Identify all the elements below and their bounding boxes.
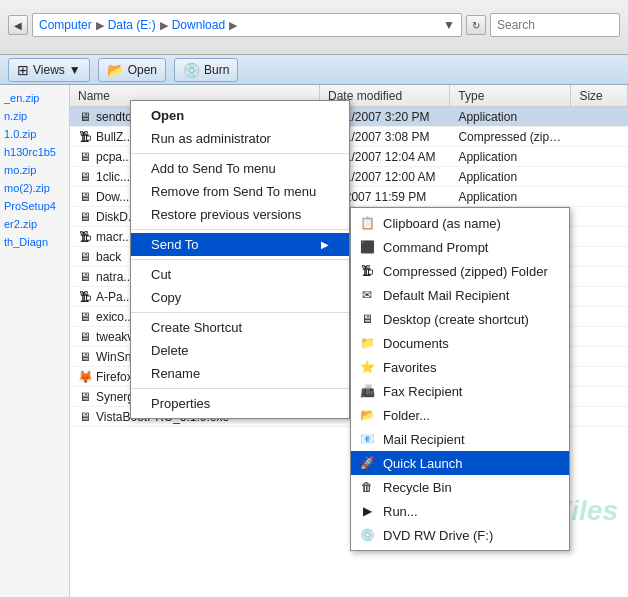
address-bar: ◀ Computer ▶ Data (E:) ▶ Download ▶ ▼ ↻ [0, 0, 628, 55]
breadcrumb-dropdown-icon[interactable]: ▼ [443, 18, 455, 32]
sub-compressed-folder-label: Compressed (zipped) Folder [383, 264, 548, 279]
file-icon: 🖥 [78, 210, 92, 224]
sub-documents-label: Documents [383, 336, 449, 351]
sub-dvd-drive[interactable]: 💿 DVD RW Drive (F:) [351, 523, 569, 547]
ctx-restore-previous[interactable]: Restore previous versions [131, 203, 349, 226]
ctx-open[interactable]: Open [131, 104, 349, 127]
sub-mail-recipient[interactable]: 📧 Mail Recipient [351, 427, 569, 451]
sub-favorites[interactable]: ⭐ Favorites [351, 355, 569, 379]
file-icon: 🦊 [78, 370, 92, 384]
sidebar-item-1[interactable]: _en.zip [0, 89, 69, 107]
file-icon: 🖥 [78, 310, 92, 324]
documents-icon: 📁 [359, 335, 375, 351]
sidebar-item-4[interactable]: h130rc1b5 [0, 143, 69, 161]
mail-recipient-icon: 📧 [359, 431, 375, 447]
ctx-sep-2 [131, 229, 349, 230]
file-icon: 🗜 [78, 290, 92, 304]
views-label: Views [33, 63, 65, 77]
ctx-cut[interactable]: Cut [131, 263, 349, 286]
burn-button[interactable]: 💿 Burn [174, 58, 238, 82]
breadcrumb-sep-3: ▶ [229, 19, 237, 32]
sidebar: _en.zip n.zip 1.0.zip h130rc1b5 mo.zip m… [0, 85, 70, 597]
open-label: Open [128, 63, 157, 77]
recycle-bin-icon: 🗑 [359, 479, 375, 495]
sidebar-item-2[interactable]: n.zip [0, 107, 69, 125]
ctx-send-to[interactable]: Send To ▶ [131, 233, 349, 256]
file-name: 1clic... [96, 170, 130, 184]
file-name: pcpa... [96, 150, 132, 164]
run-icon: ▶ [359, 503, 375, 519]
sub-default-mail-label: Default Mail Recipient [383, 288, 509, 303]
sub-quick-launch[interactable]: 🚀 Quick Launch [351, 451, 569, 475]
sidebar-item-3[interactable]: 1.0.zip [0, 125, 69, 143]
open-icon: 📂 [107, 62, 124, 78]
default-mail-icon: ✉ [359, 287, 375, 303]
file-name: Dow... [96, 190, 129, 204]
file-icon: 🖥 [78, 350, 92, 364]
ctx-remove-from-sendto[interactable]: Remove from Send To menu [131, 180, 349, 203]
ctx-rename[interactable]: Rename [131, 362, 349, 385]
ctx-properties[interactable]: Properties [131, 392, 349, 415]
file-name: back [96, 250, 121, 264]
file-icon: 🖥 [78, 330, 92, 344]
file-icon: 🖥 [78, 250, 92, 264]
sub-compressed-folder[interactable]: 🗜 Compressed (zipped) Folder [351, 259, 569, 283]
ctx-delete[interactable]: Delete [131, 339, 349, 362]
col-header-size[interactable]: Size [571, 85, 628, 106]
sub-clipboard-label: Clipboard (as name) [383, 216, 501, 231]
search-box[interactable] [490, 13, 620, 37]
ctx-add-to-sendto[interactable]: Add to Send To menu [131, 157, 349, 180]
breadcrumb-download[interactable]: Download [172, 18, 225, 32]
burn-icon: 💿 [183, 62, 200, 78]
open-button[interactable]: 📂 Open [98, 58, 166, 82]
sub-run[interactable]: ▶ Run... [351, 499, 569, 523]
breadcrumb-data-e[interactable]: Data (E:) [108, 18, 156, 32]
file-type-cell: Application [450, 170, 571, 184]
sub-run-label: Run... [383, 504, 418, 519]
sub-recycle-bin[interactable]: 🗑 Recycle Bin [351, 475, 569, 499]
sidebar-item-5[interactable]: mo.zip [0, 161, 69, 179]
ctx-sep-4 [131, 312, 349, 313]
ctx-run-as-admin[interactable]: Run as administrator [131, 127, 349, 150]
sub-quick-launch-label: Quick Launch [383, 456, 463, 471]
sidebar-item-6[interactable]: mo(2).zip [0, 179, 69, 197]
sub-fax[interactable]: 📠 Fax Recipient [351, 379, 569, 403]
compressed-folder-icon: 🗜 [359, 263, 375, 279]
file-icon: 🖥 [78, 270, 92, 284]
file-name: natra... [96, 270, 133, 284]
breadcrumb-bar[interactable]: Computer ▶ Data (E:) ▶ Download ▶ ▼ [32, 13, 462, 37]
desktop-icon: 🖥 [359, 311, 375, 327]
ctx-sep-3 [131, 259, 349, 260]
sub-command-prompt-label: Command Prompt [383, 240, 488, 255]
ctx-copy[interactable]: Copy [131, 286, 349, 309]
breadcrumb-computer[interactable]: Computer [39, 18, 92, 32]
refresh-button[interactable]: ↻ [466, 15, 486, 35]
sidebar-item-8[interactable]: er2.zip [0, 215, 69, 233]
submenu-arrow-icon: ▶ [321, 239, 329, 250]
sub-command-prompt[interactable]: ⬛ Command Prompt [351, 235, 569, 259]
sub-mail-recipient-label: Mail Recipient [383, 432, 465, 447]
file-icon: 🖥 [78, 110, 92, 124]
sidebar-item-7[interactable]: ProSetup4 [0, 197, 69, 215]
file-type-cell: Application [450, 150, 571, 164]
sub-desktop[interactable]: 🖥 Desktop (create shortcut) [351, 307, 569, 331]
file-icon: 🖥 [78, 190, 92, 204]
views-button[interactable]: ⊞ Views ▼ [8, 58, 90, 82]
ctx-send-to-label: Send To [151, 237, 198, 252]
back-button[interactable]: ◀ [8, 15, 28, 35]
command-prompt-icon: ⬛ [359, 239, 375, 255]
sub-clipboard[interactable]: 📋 Clipboard (as name) [351, 211, 569, 235]
sub-documents[interactable]: 📁 Documents [351, 331, 569, 355]
ctx-create-shortcut[interactable]: Create Shortcut [131, 316, 349, 339]
sub-folder[interactable]: 📂 Folder... [351, 403, 569, 427]
sidebar-item-9[interactable]: th_Diagn [0, 233, 69, 251]
file-icon: 🖥 [78, 170, 92, 184]
context-menu: Open Run as administrator Add to Send To… [130, 100, 350, 419]
file-type-cell: Application [450, 190, 571, 204]
sub-default-mail[interactable]: ✉ Default Mail Recipient [351, 283, 569, 307]
search-input[interactable] [497, 18, 613, 32]
burn-label: Burn [204, 63, 229, 77]
sub-favorites-label: Favorites [383, 360, 436, 375]
file-icon: 🗜 [78, 130, 92, 144]
col-header-type[interactable]: Type [450, 85, 571, 106]
